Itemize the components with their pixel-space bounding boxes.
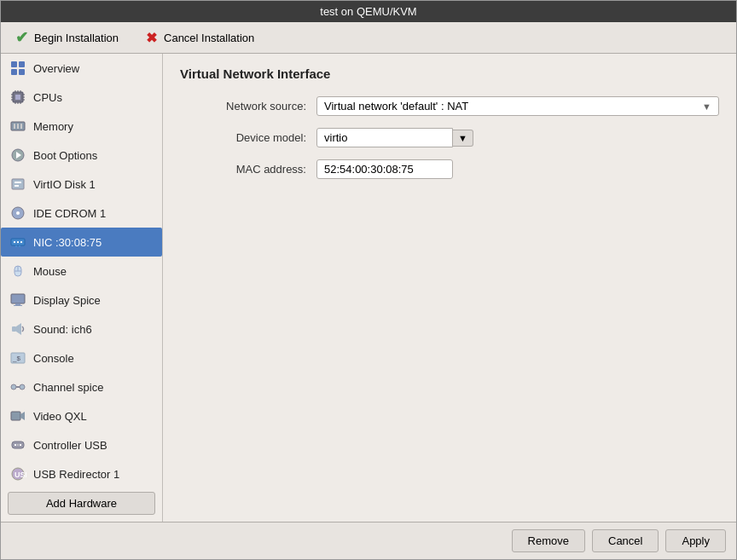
svg-point-28 xyxy=(16,211,20,215)
cpu-icon xyxy=(9,88,27,107)
sidebar-item-cpus[interactable]: CPUs xyxy=(1,83,162,112)
titlebar: test on QEMU/KVM xyxy=(1,1,736,22)
svg-point-53 xyxy=(17,444,19,446)
console-icon: _$ xyxy=(9,349,27,367)
sidebar-item-display-spice[interactable]: Display Spice xyxy=(1,286,162,315)
cancel-icon: ✖ xyxy=(142,29,160,46)
mac-address-wrap xyxy=(316,159,719,179)
svg-rect-1 xyxy=(19,61,25,67)
sidebar-item-console[interactable]: _$Console xyxy=(1,344,162,372)
network-source-label: Network source: xyxy=(180,100,316,113)
begin-installation-label: Begin Installation xyxy=(34,32,119,44)
cancel-label: Cancel xyxy=(608,534,642,547)
sound-icon xyxy=(9,320,27,338)
apply-label: Apply xyxy=(682,534,710,547)
sidebar-item-usb-redirector-1[interactable]: USBUSB Redirector 1 xyxy=(1,459,162,485)
video-icon xyxy=(9,407,27,425)
mouse-icon xyxy=(9,262,27,280)
overview-icon xyxy=(9,59,27,78)
svg-rect-2 xyxy=(11,69,17,75)
svg-rect-0 xyxy=(11,61,17,67)
channel-icon xyxy=(9,378,27,396)
svg-rect-32 xyxy=(20,241,22,243)
bottom-bar: Remove Cancel Apply xyxy=(1,522,736,559)
sidebar-item-label: VirtIO Disk 1 xyxy=(33,178,96,191)
usb-icon: USB xyxy=(9,465,27,483)
sidebar-item-mouse[interactable]: Mouse xyxy=(1,257,162,286)
boot-icon xyxy=(9,146,27,165)
panel-title: Virtual Network Interface xyxy=(180,66,719,81)
svg-rect-20 xyxy=(17,124,19,129)
apply-button[interactable]: Apply xyxy=(665,529,726,552)
svg-point-46 xyxy=(20,384,25,390)
begin-installation-button[interactable]: ✔ Begin Installation xyxy=(9,27,122,48)
nic-icon xyxy=(9,233,27,251)
svg-rect-52 xyxy=(20,444,21,446)
device-model-label: Device model: xyxy=(180,131,316,144)
sidebar-item-nic[interactable]: NIC :30:08:75 xyxy=(1,228,162,257)
add-hardware-label: Add Hardware xyxy=(46,497,117,510)
cancel-installation-label: Cancel Installation xyxy=(164,32,254,44)
sidebar-item-overview[interactable]: Overview xyxy=(1,54,162,83)
check-icon: ✔ xyxy=(13,29,30,46)
svg-rect-51 xyxy=(15,444,16,446)
sidebar-item-label: NIC :30:08:75 xyxy=(33,236,102,249)
sidebar-item-label: Memory xyxy=(33,120,73,133)
sidebar-item-label: Sound: ich6 xyxy=(33,323,92,336)
svg-rect-34 xyxy=(19,245,20,247)
device-model-wrap: ▼ xyxy=(316,128,719,147)
svg-text:USB: USB xyxy=(15,471,26,479)
sidebar-item-label: Controller USB xyxy=(33,439,107,452)
window-title: test on QEMU/KVM xyxy=(320,5,416,18)
cancel-button[interactable]: Cancel xyxy=(592,529,659,552)
svg-rect-25 xyxy=(15,182,21,183)
sidebar-item-label: Display Spice xyxy=(33,294,101,307)
svg-rect-3 xyxy=(19,69,25,75)
remove-button[interactable]: Remove xyxy=(512,529,585,552)
sidebar-item-ide-cdrom[interactable]: IDE CDROM 1 xyxy=(1,199,162,228)
main-content: OverviewCPUsMemoryBoot OptionsVirtIO Dis… xyxy=(1,54,736,522)
detail-panel: Virtual Network Interface Network source… xyxy=(163,54,736,522)
mac-address-input[interactable] xyxy=(316,159,453,179)
sidebar-item-channel-spice[interactable]: Channel spice xyxy=(1,372,162,401)
sidebar-item-video-qxl[interactable]: Video QXL xyxy=(1,401,162,430)
svg-rect-26 xyxy=(15,185,19,187)
svg-rect-48 xyxy=(11,412,20,420)
sidebar: OverviewCPUsMemoryBoot OptionsVirtIO Dis… xyxy=(1,54,163,522)
sidebar-item-virtio-disk[interactable]: VirtIO Disk 1 xyxy=(1,170,162,199)
svg-rect-31 xyxy=(17,241,19,243)
svg-rect-5 xyxy=(15,95,20,100)
add-hardware-button[interactable]: Add Hardware xyxy=(8,492,155,515)
sidebar-item-memory[interactable]: Memory xyxy=(1,112,162,141)
network-source-wrap: Virtual network 'default' : NAT ▼ xyxy=(316,96,719,116)
device-model-dropdown-button[interactable]: ▼ xyxy=(453,130,473,147)
mac-address-label: MAC address: xyxy=(180,163,316,176)
virtio-icon xyxy=(9,175,27,193)
svg-rect-30 xyxy=(14,241,15,243)
sidebar-item-label: Boot Options xyxy=(33,149,97,162)
sidebar-item-label: Mouse xyxy=(33,265,67,278)
network-source-row: Network source: Virtual network 'default… xyxy=(180,96,719,116)
sidebar-items-list: OverviewCPUsMemoryBoot OptionsVirtIO Dis… xyxy=(1,54,162,485)
sidebar-item-sound-ich6[interactable]: Sound: ich6 xyxy=(1,315,162,344)
cancel-installation-button[interactable]: ✖ Cancel Installation xyxy=(139,27,258,48)
sidebar-item-label: USB Redirector 1 xyxy=(33,468,119,481)
sidebar-item-label: Overview xyxy=(33,62,79,75)
network-source-value: Virtual network 'default' : NAT xyxy=(324,100,468,113)
sidebar-item-controller-usb[interactable]: Controller USB xyxy=(1,430,162,459)
svg-rect-41 xyxy=(12,326,16,332)
device-model-input[interactable] xyxy=(316,128,453,147)
sidebar-item-boot-options[interactable]: Boot Options xyxy=(1,141,162,170)
remove-label: Remove xyxy=(528,534,569,547)
svg-rect-33 xyxy=(15,245,17,247)
svg-rect-21 xyxy=(20,124,22,129)
display-icon xyxy=(9,291,27,309)
svg-point-45 xyxy=(11,384,16,390)
sidebar-item-label: Console xyxy=(33,352,74,365)
svg-marker-49 xyxy=(20,412,25,420)
svg-marker-42 xyxy=(16,323,21,335)
svg-rect-19 xyxy=(14,124,15,129)
mac-address-row: MAC address: xyxy=(180,159,719,179)
toolbar: ✔ Begin Installation ✖ Cancel Installati… xyxy=(1,22,736,54)
network-source-dropdown[interactable]: Virtual network 'default' : NAT ▼ xyxy=(316,96,719,116)
